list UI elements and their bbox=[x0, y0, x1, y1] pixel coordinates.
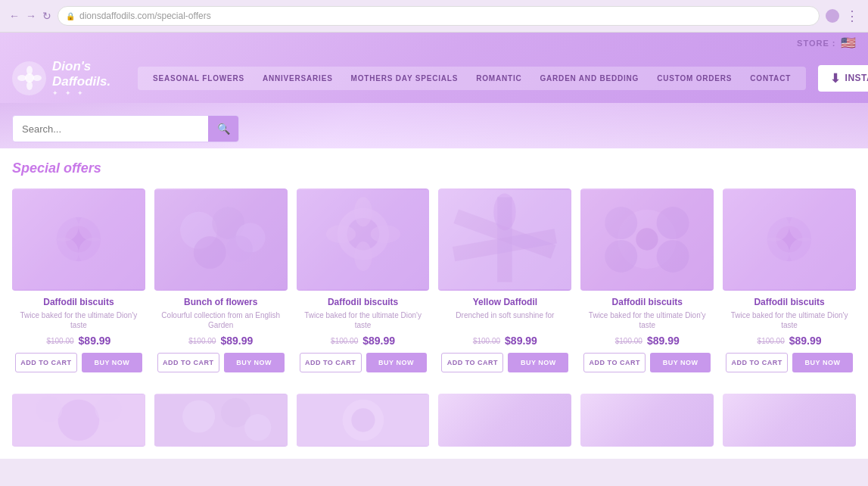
partial-card-6 bbox=[723, 394, 856, 447]
product-image-inner-5 bbox=[580, 188, 714, 291]
product-actions-5: ADD TO CART BUY NOW bbox=[583, 353, 711, 372]
product-actions-3: ADD TO CART BUY NOW bbox=[300, 353, 427, 372]
partial-card-1 bbox=[12, 394, 145, 447]
buy-now-3[interactable]: BUY NOW bbox=[366, 353, 427, 372]
add-to-cart-4[interactable]: ADD TO CART bbox=[441, 353, 503, 372]
search-input[interactable] bbox=[13, 123, 208, 135]
product-pricing-4: $100.00 $89.99 bbox=[441, 335, 568, 347]
top-bar: STORE : 🇺🇸 bbox=[0, 33, 868, 53]
product-desc-6: Twice baked for the ultimate Dion'y tast… bbox=[726, 310, 853, 330]
svg-point-43 bbox=[789, 238, 819, 267]
product-info-5: Daffodil biscuits Twice baked for the ul… bbox=[580, 291, 714, 379]
search-button[interactable]: 🔍 bbox=[208, 115, 238, 142]
logo-stars: ✦ ✦ ✦ bbox=[52, 89, 110, 97]
header-main: Dion's Daffodils. ✦ ✦ ✦ SEASONAL FLOWERS… bbox=[0, 53, 868, 103]
product-card-3: Daffodil biscuits Twice baked for the ul… bbox=[297, 188, 430, 379]
product-image-inner-2 bbox=[154, 188, 288, 291]
add-to-cart-1[interactable]: ADD TO CART bbox=[15, 353, 77, 372]
nav-mothers-day[interactable]: MOTHERS DAY SPECIALS bbox=[342, 68, 468, 89]
partial-card-5 bbox=[580, 394, 714, 447]
install-button[interactable]: ⬇ INSTALL bbox=[818, 65, 868, 92]
buy-now-5[interactable]: BUY NOW bbox=[650, 353, 711, 372]
product-image-3 bbox=[297, 188, 430, 291]
site: STORE : 🇺🇸 Dion's Daffodils. ✦ bbox=[0, 33, 868, 459]
price-new-3: $89.99 bbox=[362, 335, 395, 347]
svg-point-23 bbox=[326, 225, 356, 242]
flower-img-1 bbox=[12, 188, 145, 291]
product-desc-4: Drenched in soft sunshine for bbox=[441, 310, 568, 330]
nav-seasonal-flowers[interactable]: SEASONAL FLOWERS bbox=[144, 68, 254, 89]
product-name-5: Daffodil biscuits bbox=[583, 297, 711, 307]
price-old-6: $100.00 bbox=[758, 337, 785, 345]
nav-custom-orders[interactable]: CUSTOM ORDERS bbox=[648, 68, 741, 89]
product-name-4: Yellow Daffodil bbox=[441, 297, 568, 307]
product-card: Daffodil biscuits Twice baked for the ul… bbox=[12, 188, 145, 379]
product-desc-5: Twice baked for the ultimate Dion'y tast… bbox=[583, 310, 711, 330]
add-to-cart-2[interactable]: ADD TO CART bbox=[157, 353, 219, 372]
add-to-cart-6[interactable]: ADD TO CART bbox=[726, 353, 788, 372]
product-card-2: Bunch of flowers Colourful collection fr… bbox=[154, 188, 288, 379]
logo-area: Dion's Daffodils. ✦ ✦ ✦ bbox=[12, 59, 126, 97]
price-new-2: $89.99 bbox=[220, 335, 253, 347]
product-card-5: Daffodil biscuits Twice baked for the ul… bbox=[580, 188, 714, 379]
buy-now-1[interactable]: BUY NOW bbox=[82, 353, 142, 372]
forward-button[interactable]: → bbox=[26, 10, 36, 22]
store-label: STORE : bbox=[797, 39, 835, 48]
address-bar[interactable]: 🔒 dionsdaffodils.com/special-offers bbox=[58, 6, 820, 26]
svg-point-24 bbox=[370, 225, 400, 242]
back-button[interactable]: ← bbox=[9, 10, 20, 22]
nav-romantic[interactable]: ROMANTIC bbox=[467, 68, 530, 89]
product-pricing-1: $100.00 $89.99 bbox=[15, 335, 142, 347]
add-to-cart-5[interactable]: ADD TO CART bbox=[583, 353, 646, 372]
svg-point-2 bbox=[26, 81, 33, 90]
buy-now-2[interactable]: BUY NOW bbox=[224, 353, 285, 372]
nav-anniversaries[interactable]: ANNIVERSARIES bbox=[254, 68, 342, 89]
product-desc-1: Twice baked for the ultimate Dion'y tast… bbox=[15, 310, 142, 330]
product-image-2 bbox=[154, 188, 288, 291]
product-image-inner-4 bbox=[438, 188, 571, 291]
svg-point-41 bbox=[789, 212, 819, 241]
price-old-3: $100.00 bbox=[331, 337, 358, 345]
svg-point-8 bbox=[49, 212, 79, 241]
product-actions-6: ADD TO CART BUY NOW bbox=[726, 353, 853, 372]
svg-point-21 bbox=[354, 197, 372, 226]
nav-garden-bedding[interactable]: GARDEN AND BEDDING bbox=[531, 68, 649, 89]
product-name-3: Daffodil biscuits bbox=[300, 297, 427, 307]
svg-point-47 bbox=[95, 396, 121, 422]
svg-point-22 bbox=[354, 241, 372, 271]
product-image-inner-3 bbox=[297, 188, 430, 291]
product-image-6 bbox=[723, 188, 856, 291]
svg-point-1 bbox=[26, 66, 33, 75]
svg-point-29 bbox=[494, 193, 516, 230]
product-desc-3: Twice baked for the ultimate Dion'y tast… bbox=[300, 310, 427, 330]
price-old-4: $100.00 bbox=[473, 337, 500, 345]
partial-card-4 bbox=[438, 394, 571, 447]
buy-now-6[interactable]: BUY NOW bbox=[792, 353, 853, 372]
browser-profile-icon[interactable] bbox=[826, 9, 839, 23]
partial-img-2 bbox=[154, 394, 288, 447]
product-image-5 bbox=[580, 188, 714, 291]
svg-point-9 bbox=[79, 212, 108, 241]
buy-now-4[interactable]: BUY NOW bbox=[508, 353, 568, 372]
price-new-1: $89.99 bbox=[79, 335, 111, 347]
partial-card-3 bbox=[297, 394, 430, 447]
svg-point-16 bbox=[194, 236, 226, 269]
svg-point-54 bbox=[351, 408, 375, 431]
svg-point-11 bbox=[79, 238, 108, 267]
partial-img-3 bbox=[297, 394, 430, 447]
svg-point-46 bbox=[36, 396, 62, 422]
partial-card-2 bbox=[154, 394, 288, 447]
product-image-1 bbox=[12, 188, 145, 291]
browser-more-icon[interactable]: ⋮ bbox=[845, 8, 859, 24]
main-content: Special offers bbox=[0, 148, 868, 459]
refresh-button[interactable]: ↻ bbox=[42, 10, 51, 22]
product-pricing-2: $100.00 $89.99 bbox=[157, 335, 285, 347]
logo-name2: Daffodils. bbox=[52, 74, 110, 89]
svg-point-45 bbox=[58, 400, 100, 441]
logo-text-block: Dion's Daffodils. ✦ ✦ ✦ bbox=[52, 59, 110, 97]
install-icon: ⬇ bbox=[830, 71, 841, 86]
nav-contact[interactable]: CONTACT bbox=[741, 68, 800, 89]
flower-img-2 bbox=[154, 188, 288, 291]
product-image-4 bbox=[438, 188, 571, 291]
add-to-cart-3[interactable]: ADD TO CART bbox=[300, 353, 362, 372]
